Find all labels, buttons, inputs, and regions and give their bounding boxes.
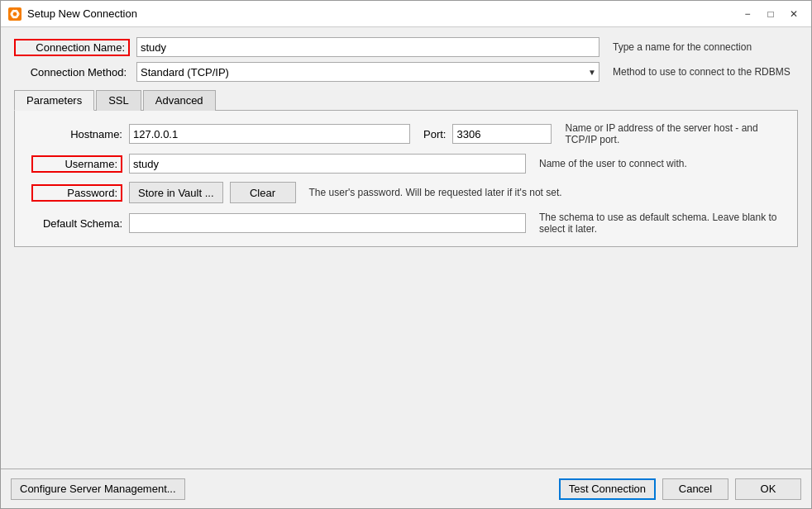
maximize-button[interactable]: □ (760, 6, 781, 22)
tab-bar: Parameters SSL Advanced (14, 90, 798, 111)
clear-button[interactable]: Clear (230, 182, 296, 203)
title-bar: Setup New Connection − □ ✕ (1, 1, 811, 27)
tab-parameters[interactable]: Parameters (14, 90, 94, 111)
ok-button[interactable]: OK (735, 478, 801, 500)
test-connection-button[interactable]: Test Connection (559, 478, 656, 500)
default-schema-input[interactable] (129, 213, 526, 233)
username-label: Username: (31, 155, 122, 173)
password-label: Password: (31, 184, 122, 202)
minimize-button[interactable]: − (737, 6, 758, 22)
tab-ssl[interactable]: SSL (96, 90, 141, 111)
window-controls: − □ ✕ (737, 6, 805, 22)
app-icon (7, 7, 22, 21)
window-title: Setup New Connection (27, 7, 737, 20)
hostname-label: Hostname: (31, 128, 122, 140)
default-schema-label: Default Schema: (31, 217, 122, 230)
tab-content-parameters: Hostname: Port: Name or IP address of th… (14, 111, 798, 247)
port-label: Port: (423, 128, 446, 140)
connection-name-input[interactable] (136, 37, 599, 57)
store-in-vault-button[interactable]: Store in Vault ... (129, 182, 223, 203)
footer: Configure Server Management... Test Conn… (1, 469, 811, 508)
username-row: Username: Name of the user to connect wi… (31, 154, 781, 174)
main-content: Connection Name: Type a name for the con… (1, 27, 811, 469)
tab-advanced[interactable]: Advanced (143, 90, 216, 111)
password-row: Password: Store in Vault ... Clear The u… (31, 182, 781, 203)
connection-method-label: Connection Method: (14, 66, 130, 78)
default-schema-help: The schema to use as default schema. Lea… (533, 212, 781, 235)
configure-server-management-button[interactable]: Configure Server Management... (11, 478, 185, 500)
port-input[interactable] (452, 124, 552, 144)
connection-method-row: Connection Method: Standard (TCP/IP) Sta… (14, 62, 798, 82)
connection-method-help: Method to use to connect to the RDBMS (613, 66, 798, 78)
username-help: Name of the user to connect with. (533, 158, 781, 169)
hostname-input[interactable] (129, 124, 410, 144)
connection-name-row: Connection Name: Type a name for the con… (14, 37, 798, 57)
close-button[interactable]: ✕ (783, 6, 805, 22)
password-help: The user's password. Will be requested l… (303, 187, 781, 198)
tabs-area: Parameters SSL Advanced Hostname: Port: … (14, 87, 798, 247)
cancel-button[interactable]: Cancel (662, 478, 728, 500)
main-window: Setup New Connection − □ ✕ Connection Na… (0, 0, 812, 509)
top-form: Connection Name: Type a name for the con… (14, 37, 798, 82)
default-schema-row: Default Schema: The schema to use as def… (31, 212, 781, 235)
hostname-help: Name or IP address of the server host - … (558, 122, 781, 145)
connection-name-label: Connection Name: (14, 39, 130, 56)
connection-method-wrapper: Standard (TCP/IP) Standard (TCP/IP) over… (136, 62, 599, 82)
connection-method-select[interactable]: Standard (TCP/IP) Standard (TCP/IP) over… (136, 62, 599, 82)
hostname-row: Hostname: Port: Name or IP address of th… (31, 122, 781, 145)
username-input[interactable] (129, 154, 526, 174)
connection-name-help: Type a name for the connection (613, 41, 798, 53)
